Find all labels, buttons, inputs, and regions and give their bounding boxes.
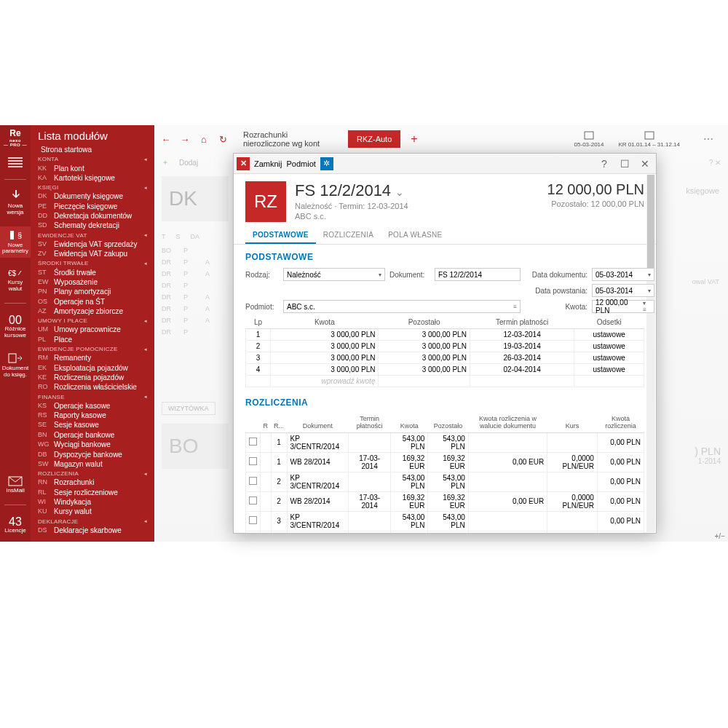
settlements-table: RR...DokumentTermin płatnościKwotaPozost… bbox=[245, 414, 644, 533]
table-row[interactable]: 3KP 3/CENTR/2014543,00 PLN543,00 PLN0,00… bbox=[246, 511, 644, 531]
module-item[interactable]: RSRaporty kasowe bbox=[31, 411, 154, 420]
tab-rozliczenia[interactable]: ROZLICZENIA bbox=[316, 226, 381, 244]
table-row[interactable]: 1KP 3/CENTR/2014543,00 PLN543,00 PLN0,00… bbox=[246, 432, 644, 452]
module-item[interactable]: DDDekretacja dokumentów bbox=[31, 211, 154, 221]
svg-rect-5 bbox=[585, 132, 593, 139]
module-item[interactable]: WGWyciągi bankowe bbox=[31, 440, 154, 449]
close-icon[interactable]: ✕ bbox=[637, 156, 653, 172]
ghost-dk: DK bbox=[162, 176, 229, 221]
checkbox[interactable] bbox=[249, 457, 257, 465]
table-row[interactable]: 43 000,00 PLN3 000,00 PLN02-04-2014ustaw… bbox=[246, 364, 644, 376]
rail-licenses[interactable]: 43 Licencje bbox=[0, 513, 31, 537]
top-range[interactable]: KR 01.01.14 – 31.12.14 bbox=[618, 131, 680, 148]
tab-podstawowe[interactable]: PODSTAWOWE bbox=[245, 226, 316, 244]
module-item[interactable]: BNOperacje bankowe bbox=[31, 430, 154, 440]
field-dokument[interactable]: FS 12/2/2014 bbox=[435, 268, 521, 281]
rail-doc[interactable]: Dokument do księg. bbox=[0, 349, 31, 381]
module-item[interactable]: DBDyspozycje bankowe bbox=[31, 449, 154, 459]
module-item[interactable]: RORozliczenia właścicielskie bbox=[31, 382, 154, 392]
module-item[interactable]: PNPlany amortyzacji bbox=[31, 287, 154, 296]
module-item[interactable]: SWMagazyn walut bbox=[31, 459, 154, 469]
rail-new-version[interactable]: Nowa wersja bbox=[0, 187, 31, 219]
module-item[interactable]: RMRemanenty bbox=[31, 353, 154, 363]
nav-refresh-icon[interactable]: ↻ bbox=[215, 132, 230, 146]
module-item[interactable]: KKPlan kont bbox=[31, 163, 154, 173]
module-item[interactable]: UMUmowy pracownicze bbox=[31, 325, 154, 334]
tab-rkz-auto[interactable]: RKZ-Auto bbox=[348, 130, 400, 148]
module-item[interactable]: KAKartoteki księgowe bbox=[31, 173, 154, 183]
module-section[interactable]: KSIĘGI bbox=[31, 183, 154, 191]
module-section[interactable]: FINANSE bbox=[31, 392, 154, 401]
gear-icon[interactable]: ✲ bbox=[320, 157, 333, 170]
module-item[interactable]: KSOperacje kasowe bbox=[31, 401, 154, 411]
module-section[interactable]: ROZLICZENIA bbox=[31, 469, 154, 478]
dialog-close-label[interactable]: Zamknij bbox=[254, 159, 282, 168]
table-row[interactable]: 13 000,00 PLN3 000,00 PLN12-03-2014ustaw… bbox=[246, 329, 644, 341]
maximize-icon[interactable]: ☐ bbox=[617, 156, 633, 172]
table-row[interactable]: 2KP 3/CENTR/2014543,00 PLN543,00 PLN0,00… bbox=[246, 472, 644, 491]
checkbox[interactable] bbox=[249, 516, 257, 524]
tab-rozrachunki[interactable]: Rozrachunki nierozliczone wg kont bbox=[234, 126, 344, 152]
checkbox[interactable] bbox=[249, 496, 257, 505]
nav-home-icon[interactable]: ⌂ bbox=[197, 132, 211, 146]
checkbox[interactable] bbox=[249, 438, 257, 446]
rail-currency-rates[interactable]: €$ Kursy walut bbox=[0, 265, 31, 296]
module-item[interactable]: SESesje kasowe bbox=[31, 420, 154, 430]
module-item[interactable]: RLSesje rozliczeniowe bbox=[31, 488, 154, 497]
module-item[interactable]: STŚrodki trwałe bbox=[31, 267, 154, 277]
ghost-wizytowka[interactable]: WIZYTÓWKA bbox=[162, 402, 215, 415]
module-item[interactable]: KERozliczenia pojazdów bbox=[31, 373, 154, 382]
zoom-plusminus[interactable]: +/− bbox=[715, 532, 725, 540]
module-start[interactable]: Strona startowa bbox=[31, 145, 154, 154]
dialog-title[interactable]: FS 12/2/2014 ⌄ bbox=[295, 181, 408, 200]
module-section[interactable]: KONTA bbox=[31, 154, 154, 163]
module-item[interactable]: EKEksploatacja pojazdów bbox=[31, 363, 154, 372]
module-section[interactable]: DEKLARACJE bbox=[31, 517, 154, 526]
section-basic: PODSTAWOWE bbox=[245, 252, 644, 262]
tab-add-icon[interactable]: + bbox=[405, 132, 423, 146]
help-icon[interactable]: ? bbox=[596, 156, 612, 172]
module-item[interactable]: WIWindykacja bbox=[31, 497, 154, 507]
field-kwota[interactable]: 12 000,00 PLN▾ ≡ bbox=[592, 300, 654, 313]
module-item[interactable]: PLPłace bbox=[31, 335, 154, 344]
module-list-title: Lista modułów bbox=[31, 125, 154, 145]
module-item[interactable]: KUKursy walut bbox=[31, 507, 154, 516]
nav-fwd-icon[interactable]: → bbox=[178, 132, 192, 146]
nav-back-icon[interactable]: ← bbox=[159, 132, 173, 146]
module-item[interactable]: DKDokumenty księgowe bbox=[31, 191, 154, 201]
rail-mail[interactable]: InsMail bbox=[4, 473, 25, 497]
table-row[interactable]: 33 000,00 PLN3 000,00 PLN26-03-2014ustaw… bbox=[246, 352, 644, 364]
module-item[interactable]: OSOperacje na ŚT bbox=[31, 297, 154, 306]
table-row[interactable]: 3WB 28/201417-03-2014169,32 EUR169,32 EU… bbox=[246, 531, 644, 533]
dialog-rz: ✕ Zamknij Podmiot ✲ ? ☐ ✕ RZ FS 12/2/201… bbox=[233, 153, 657, 534]
module-item[interactable]: DSDeklaracje skarbowe bbox=[31, 526, 154, 535]
module-item[interactable]: AZAmortyzacje zbiorcze bbox=[31, 306, 154, 316]
table-row[interactable]: 2WB 28/201417-03-2014169,32 EUR169,32 EU… bbox=[246, 491, 644, 511]
module-section[interactable]: ŚRODKI TRWAŁE bbox=[31, 258, 154, 267]
rail-diff[interactable]: 00 Różnice kursowe bbox=[0, 311, 31, 342]
rail-new-params[interactable]: § Nowe parametry bbox=[0, 226, 31, 258]
dialog-close-icon[interactable]: ✕ bbox=[237, 157, 250, 170]
top-date[interactable]: 05-03-2014 bbox=[574, 131, 604, 148]
module-section[interactable]: EWIDENCJE VAT bbox=[31, 231, 154, 240]
module-item[interactable]: ZVEwidencja VAT zakupu bbox=[31, 249, 154, 258]
dialog-podmiot-btn[interactable]: Podmiot bbox=[287, 159, 316, 168]
checkbox[interactable] bbox=[249, 477, 257, 485]
module-section[interactable]: EWIDENCJE POMOCNICZE bbox=[31, 344, 154, 353]
field-data-pow[interactable]: 05-03-2014▾ bbox=[592, 284, 654, 297]
tab-pola-wlasne[interactable]: POLA WŁASNE bbox=[381, 226, 449, 244]
module-item[interactable]: EWWyposażenie bbox=[31, 277, 154, 287]
rail-hamburger[interactable] bbox=[7, 154, 24, 172]
app-logo: Renexo— PRO — bbox=[4, 128, 27, 147]
module-item[interactable]: PEPieczęcie księgowe bbox=[31, 202, 154, 211]
top-menu-icon[interactable]: ⋯ bbox=[695, 133, 724, 145]
field-rodzaj[interactable]: Należność▾ bbox=[283, 268, 385, 281]
table-row[interactable]: 1WB 28/201417-03-2014169,32 EUR169,32 EU… bbox=[246, 452, 644, 472]
table-row[interactable]: 23 000,00 PLN3 000,00 PLN19-03-2014ustaw… bbox=[246, 341, 644, 352]
module-item[interactable]: RNRozrachunki bbox=[31, 478, 154, 487]
module-item[interactable]: SVEwidencja VAT sprzedaży bbox=[31, 240, 154, 249]
module-section[interactable]: UMOWY I PŁACE bbox=[31, 316, 154, 325]
field-podmiot[interactable]: ABC s.c.≡ bbox=[283, 300, 521, 313]
field-data-dok[interactable]: 05-03-2014▾ bbox=[592, 268, 654, 281]
module-item[interactable]: SDSchematy dekretacji bbox=[31, 221, 154, 230]
